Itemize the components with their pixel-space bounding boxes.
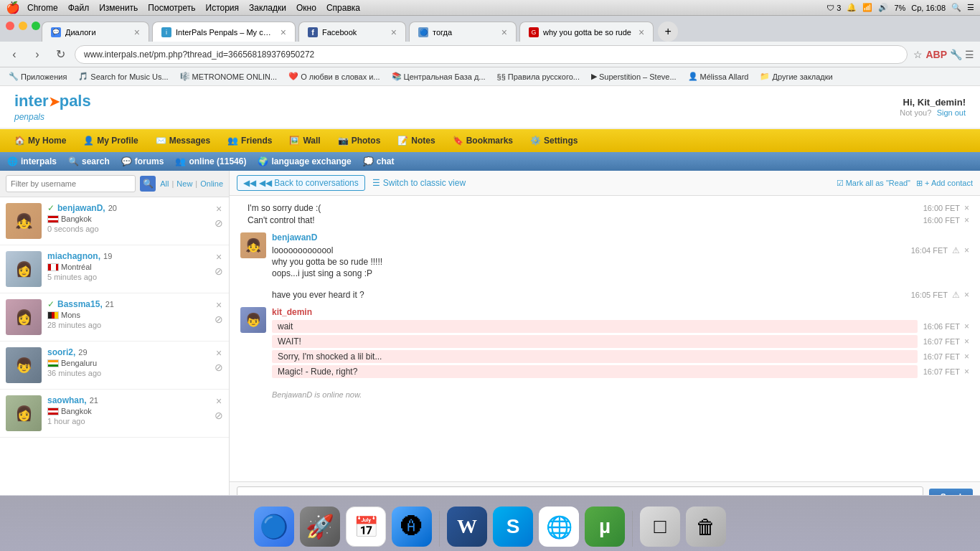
mute-contact-button[interactable]: ⊘ [215, 265, 223, 277]
bookmark-star-icon[interactable]: ☆ [913, 49, 923, 60]
mute-contact-button[interactable]: ⊘ [215, 410, 223, 421]
tab-dialogi[interactable]: 💬 Диалоги × [42, 22, 149, 42]
menu-window[interactable]: Окно [296, 3, 316, 13]
delete-message-icon[interactable]: × [964, 245, 969, 255]
delete-message-icon[interactable]: × [964, 215, 969, 225]
dock-item-word[interactable]: W [447, 507, 487, 547]
sec-nav-interpals[interactable]: 🌐 interpals [7, 156, 57, 166]
tab-close-active-icon[interactable]: × [281, 27, 286, 38]
new-tab-button[interactable]: + [658, 22, 678, 42]
menu-bookmarks[interactable]: Закладки [249, 3, 286, 13]
contact-item[interactable]: 👧 ✓ benjawanD, 20 Bangkok [0, 197, 229, 245]
tab-close-icon[interactable]: × [134, 27, 140, 38]
messages-area[interactable]: I'm so sorry dude :( 16:00 FET × Can't c… [230, 196, 980, 481]
sec-nav-online[interactable]: 👥 online (11546) [175, 156, 246, 166]
dock-item-chrome[interactable]: 🌐 [539, 507, 579, 547]
nav-myprofile[interactable]: 👤 My Profile [76, 133, 145, 149]
search-icon[interactable]: 🔍 [951, 3, 961, 12]
bookmark-love[interactable]: ❤️ О любви в словах и... [286, 70, 382, 83]
window-maximize-button[interactable] [32, 22, 40, 30]
mark-all-read-button[interactable]: ☑ Mark all as "Read" [837, 179, 910, 188]
send-button[interactable]: Send [929, 489, 973, 495]
bookmark-more[interactable]: 📁 Другие закладки [757, 70, 835, 83]
nav-notes[interactable]: 📝 Notes [390, 133, 442, 149]
filter-new-link[interactable]: New [176, 179, 192, 188]
add-contact-button[interactable]: ⊞ + Add contact [916, 179, 973, 188]
mute-contact-button[interactable]: ⊘ [215, 314, 223, 325]
forward-button[interactable]: › [29, 46, 46, 63]
remove-contact-button[interactable]: × [216, 395, 222, 407]
back-to-conversations-button[interactable]: ◀◀ ◀◀ Back to conversations [237, 175, 365, 191]
switch-classic-view-button[interactable]: ☰ Switch to classic view [372, 178, 466, 188]
extension-icon[interactable]: 🔧 [950, 49, 962, 60]
bookmark-melissa[interactable]: 👤 Mélissa Allard [685, 70, 752, 83]
refresh-button[interactable]: ↻ [52, 46, 69, 63]
dock-item-quicklook[interactable]: □ [640, 507, 680, 547]
bookmark-apps[interactable]: 🔧 Приложения [6, 70, 70, 83]
chat-input[interactable] [237, 486, 923, 495]
menu-help[interactable]: Справка [326, 3, 360, 13]
delete-message-icon[interactable]: × [964, 336, 969, 347]
nav-friends[interactable]: 👥 Friends [220, 133, 279, 149]
window-minimize-button[interactable] [19, 22, 27, 30]
bookmark-base[interactable]: 📚 Центральная База д... [389, 70, 489, 83]
menu-file[interactable]: Файл [68, 3, 90, 13]
contact-item[interactable]: 👩 miachagnon, 19 Montréal 5 minute [0, 245, 229, 293]
menu-icon[interactable]: ☰ [967, 3, 974, 12]
bookmark-search-music[interactable]: 🎵 Search for Music Us... [75, 70, 171, 83]
bookmark-metronome[interactable]: 🎼 METRONOME ONLIN... [177, 70, 281, 83]
filter-all-link[interactable]: All [160, 179, 169, 188]
remove-contact-button[interactable]: × [216, 347, 222, 359]
window-close-button[interactable] [6, 22, 14, 30]
remove-contact-button[interactable]: × [216, 203, 222, 215]
sign-out-link[interactable]: Sign out [937, 108, 966, 117]
menu-edit[interactable]: Изменить [99, 3, 138, 13]
tab-facebook[interactable]: f Facebook × [298, 22, 406, 42]
bookmark-superstition[interactable]: ▶ Superstition – Steve... [588, 70, 679, 83]
delete-message-icon[interactable]: × [964, 352, 969, 362]
tab-togda[interactable]: 🔵 тогда × [409, 22, 517, 42]
dock-item-appstore[interactable]: 🅐 [392, 507, 432, 547]
dock-item-utorrent[interactable]: µ [585, 507, 625, 547]
contact-item[interactable]: 👩 ✓ Bassma15, 21 Mons [0, 293, 229, 342]
sender-name[interactable]: benjawanD [272, 232, 969, 242]
dock-item-launchpad[interactable]: 🚀 [300, 507, 340, 547]
remove-contact-button[interactable]: × [216, 251, 222, 263]
mute-contact-button[interactable]: ⊘ [215, 217, 223, 229]
delete-message-icon[interactable]: × [964, 367, 969, 377]
menu-history[interactable]: История [206, 3, 240, 13]
tab-close-togda-icon[interactable]: × [501, 27, 507, 38]
sec-nav-search[interactable]: 🔍 search [68, 156, 110, 166]
sec-nav-chat[interactable]: 💭 chat [363, 156, 395, 166]
menu-view[interactable]: Посмотреть [148, 3, 195, 13]
nav-wall[interactable]: 🖼️ Wall [282, 133, 327, 149]
adblock-icon[interactable]: ABP [925, 49, 947, 60]
sender-name[interactable]: kit_demin [272, 307, 969, 317]
delete-message-icon[interactable]: × [964, 321, 969, 331]
delete-message-icon[interactable]: × [964, 290, 969, 300]
mute-contact-button[interactable]: ⊘ [215, 362, 223, 373]
dock-item-calendar[interactable]: 📅 [346, 507, 386, 547]
contact-item[interactable]: 👩 saowhan, 21 Bangkok 1 hour ago [0, 390, 229, 438]
nav-photos[interactable]: 📷 Photos [331, 133, 388, 149]
filter-search-button[interactable]: 🔍 [140, 176, 156, 192]
tab-close-rude-icon[interactable]: × [639, 27, 644, 38]
chrome-menu-icon[interactable]: ☰ [965, 49, 974, 60]
bookmark-rules[interactable]: §§ Правила русского... [494, 71, 583, 83]
url-bar[interactable]: www.interpals.net/pm.php?thread_id=36656… [75, 45, 908, 64]
sec-nav-forums[interactable]: 💬 forums [121, 156, 164, 166]
nav-bookmarks[interactable]: 🔖 Bookmarks [446, 133, 520, 149]
nav-settings[interactable]: ⚙️ Settings [523, 133, 585, 149]
dock-item-finder[interactable]: 🔵 [254, 507, 294, 547]
remove-contact-button[interactable]: × [216, 299, 222, 311]
filter-online-link[interactable]: Online [200, 179, 223, 188]
dock-item-skype[interactable]: S [493, 507, 533, 547]
tab-rude[interactable]: G why you gotta be so rude × [519, 22, 654, 42]
tab-interpals[interactable]: i InterPals Penpals – My con... × [152, 22, 296, 42]
sec-nav-language[interactable]: 🌍 language exchange [258, 156, 351, 166]
tab-close-fb-icon[interactable]: × [391, 27, 397, 38]
back-button[interactable]: ‹ [6, 46, 23, 63]
contact-item[interactable]: 👦 soori2, 29 Bengaluru 36 minutes [0, 342, 229, 390]
app-name[interactable]: Chrome [27, 3, 58, 13]
filter-input[interactable] [6, 175, 136, 192]
